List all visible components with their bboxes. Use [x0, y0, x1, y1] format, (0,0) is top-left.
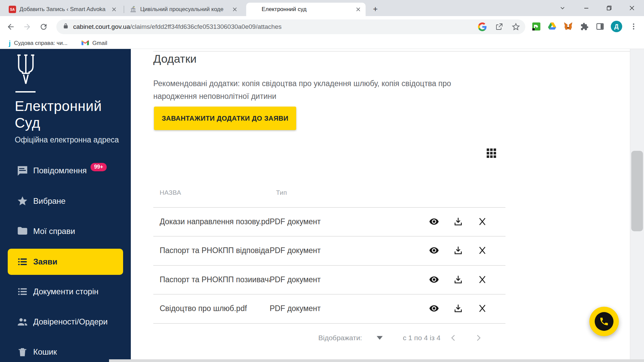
tab-close-icon[interactable]: [111, 6, 117, 13]
scrollbar-thumb[interactable]: [631, 151, 643, 231]
file-type: PDF документ: [270, 246, 429, 255]
table-row: Паспорт та РНОКПП відповідачк… PDF докум…: [153, 236, 505, 265]
table-row: Докази направлення позову.pdf PDF докуме…: [153, 207, 505, 236]
horizontal-scrollbar: [109, 359, 644, 362]
previous-page-button[interactable]: [449, 334, 458, 342]
google-icon[interactable]: [478, 22, 487, 32]
browser-toolbar: cabinet.court.gov.ua/claims/efdd2ff34fd6…: [0, 16, 644, 38]
sidebar-item-claims[interactable]: Заяви: [8, 249, 123, 275]
grid-view-icon[interactable]: [486, 147, 497, 159]
sidebar-item-label: Вибране: [33, 196, 65, 206]
gmail-icon: [82, 40, 89, 47]
bookmark-star-icon[interactable]: [511, 22, 521, 32]
delete-icon[interactable]: [477, 245, 487, 255]
sidebar-item-label: Мої справи: [33, 227, 75, 236]
sidebar-item-messages[interactable]: Повідомлення99+: [0, 158, 131, 184]
download-icon[interactable]: [453, 275, 463, 285]
page-title: Додатки: [153, 52, 197, 65]
bookmark-gmail[interactable]: Gmail: [82, 40, 107, 47]
view-icon[interactable]: [429, 275, 439, 285]
minimize-button[interactable]: [581, 3, 591, 13]
extensions-puzzle-icon[interactable]: [579, 21, 589, 32]
view-icon[interactable]: [429, 245, 439, 255]
tab-electronic-court[interactable]: Електронний суд: [246, 3, 366, 16]
lock-icon[interactable]: [62, 23, 69, 31]
rows-per-page-dropdown-caret[interactable]: [377, 336, 383, 340]
column-header-type: Тип: [276, 189, 287, 196]
browser-menu-icon[interactable]: [629, 21, 639, 32]
file-type: PDF документ: [270, 275, 429, 284]
list-icon: [17, 286, 28, 297]
recommendation-text: Рекомендовані додатки: копія свідоцтва п…: [153, 77, 492, 103]
file-name: Свідоцтво про шлюб.pdf: [153, 304, 270, 313]
close-window-button[interactable]: [627, 3, 637, 13]
message-icon: [17, 165, 28, 177]
metamask-icon[interactable]: [563, 21, 573, 32]
green-extension-icon[interactable]: [531, 21, 541, 32]
file-name: Паспорт та РНОКПП відповідачк…: [153, 246, 270, 255]
bookmark-label: Судова справа: чи...: [14, 40, 67, 47]
content-top-divider: [153, 51, 630, 52]
j-letter-icon: j: [9, 39, 11, 47]
list-icon: [17, 256, 28, 267]
google-drive-icon[interactable]: [547, 21, 557, 32]
bookmark-label: Gmail: [92, 40, 107, 47]
call-support-button[interactable]: [589, 307, 619, 336]
sidebar-item-label: Довіреності/Ордери: [33, 317, 108, 326]
browser-window: SA Добавить Запись ‹ Smart Advoka Цивіль…: [0, 0, 644, 362]
sidebar-item-label: Документи сторін: [33, 287, 99, 296]
people-icon: [17, 316, 28, 327]
ukraine-flag-favicon: [251, 6, 258, 13]
url-path: /claims/efdd2ff34fd636cfe0531306030a0e09…: [130, 23, 282, 30]
bookmarks-bar: j Судова справа: чи... Gmail: [0, 38, 644, 49]
smart-advokat-favicon: SA: [9, 6, 16, 13]
url-text: cabinet.court.gov.ua/claims/efdd2ff34fd6…: [73, 23, 470, 31]
table-row: Свідоцтво про шлюб.pdf PDF документ: [153, 294, 505, 323]
ukraine-trident-logo: [15, 54, 36, 86]
tab-close-icon[interactable]: [231, 6, 238, 13]
sidebar-item-my-cases[interactable]: Мої справи: [0, 218, 131, 245]
next-page-button[interactable]: [474, 334, 483, 342]
rows-per-page-label: Відображати:: [318, 334, 362, 342]
app-title: Електронний Суд: [15, 98, 102, 131]
sidebar-item-party-documents[interactable]: Документи сторін: [0, 278, 131, 305]
bookmark-court-case[interactable]: j Судова справа: чи...: [9, 39, 67, 47]
column-header-name: НАЗВА: [160, 189, 181, 196]
restore-button[interactable]: [604, 3, 614, 13]
delete-icon[interactable]: [477, 275, 487, 285]
address-bar[interactable]: cabinet.court.gov.ua/claims/efdd2ff34fd6…: [56, 19, 525, 34]
parliament-building-favicon: [129, 6, 137, 13]
tab-separator: [124, 6, 124, 13]
upload-attachments-button[interactable]: ЗАВАНТАЖИТИ ДОДАТКИ ДО ЗАЯВИ: [154, 107, 296, 130]
tab-close-icon[interactable]: [355, 6, 362, 13]
phone-icon: [595, 312, 613, 331]
tab-title: Цивільний процесуальний коде: [140, 6, 229, 13]
side-panel-icon[interactable]: [595, 21, 605, 32]
sidebar-item-label: Кошик: [33, 347, 57, 357]
file-type: PDF документ: [270, 217, 429, 226]
folder-icon: [17, 226, 28, 237]
app-subtitle: Офіційна електронна адреса: [15, 135, 119, 144]
file-name: Паспорт та РНОКПП позиивача.pdf: [153, 275, 270, 284]
unread-badge: 99+: [91, 163, 106, 171]
tab-strip: SA Добавить Запись ‹ Smart Advoka Цивіль…: [0, 0, 644, 16]
share-icon[interactable]: [494, 22, 504, 32]
new-tab-button[interactable]: +: [370, 4, 380, 14]
forward-button[interactable]: [22, 22, 32, 32]
tab-search-chevron-icon[interactable]: [557, 3, 568, 13]
delete-icon[interactable]: [477, 217, 487, 227]
delete-icon[interactable]: [477, 303, 487, 313]
view-icon[interactable]: [429, 217, 439, 227]
sidebar-item-powers-of-attorney[interactable]: Довіреності/Ордери: [0, 308, 131, 335]
back-button[interactable]: [6, 22, 16, 32]
sidebar-item-trash[interactable]: Кошик: [0, 339, 131, 362]
tab-civil-code[interactable]: Цивільний процесуальний коде: [125, 3, 242, 16]
download-icon[interactable]: [453, 303, 463, 313]
download-icon[interactable]: [453, 245, 463, 255]
download-icon[interactable]: [453, 217, 463, 227]
profile-avatar[interactable]: Д: [611, 21, 622, 32]
view-icon[interactable]: [429, 303, 439, 313]
reload-button[interactable]: [39, 22, 49, 32]
sidebar-item-favorites[interactable]: Вибране: [0, 188, 131, 215]
tab-smart-advokat[interactable]: SA Добавить Запись ‹ Smart Advoka: [4, 3, 121, 16]
